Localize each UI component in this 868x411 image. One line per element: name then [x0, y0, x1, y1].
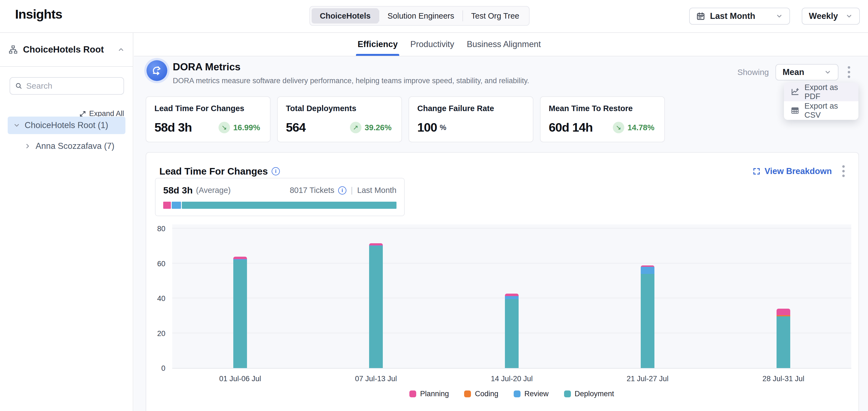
stacked-bar: [641, 266, 654, 368]
trend-delta: 39.26%: [365, 123, 392, 132]
bar-segment-deployment: [233, 260, 247, 368]
search-input[interactable]: [26, 81, 119, 91]
trend-badge: ↘ 14.78%: [613, 122, 656, 133]
granularity-value: Weekly: [809, 11, 841, 21]
bar-segment-review: [505, 296, 519, 299]
legend-item-review[interactable]: Review: [514, 390, 549, 398]
metric-value: 100: [417, 121, 437, 135]
bar-segment-deployment: [777, 316, 790, 368]
trend-up-icon: ↗: [350, 122, 362, 133]
date-range-value: Last Month: [710, 11, 771, 21]
y-tick-label: 20: [149, 330, 165, 338]
legend-item-planning[interactable]: Planning: [409, 390, 449, 398]
info-icon[interactable]: i: [338, 186, 346, 195]
tree-item-label: Anna Scozzafava (7): [36, 141, 115, 151]
tree-search: [9, 77, 124, 95]
legend-item-deployment[interactable]: Deployment: [564, 390, 614, 398]
bar-segment-deployment: [641, 274, 654, 368]
trend-badge: ↗ 39.26%: [350, 122, 393, 133]
aggregation-value: Mean: [782, 67, 819, 77]
export-menu: Export as PDF Export as CSV: [784, 83, 859, 120]
metric-title: Change Failure Rate: [417, 104, 525, 113]
metric-unit: %: [440, 124, 446, 132]
chevron-up-icon[interactable]: [118, 46, 125, 53]
legend-label: Deployment: [575, 390, 614, 398]
aggregation-select[interactable]: Mean: [775, 64, 838, 80]
chart-legend: PlanningCodingReviewDeployment: [172, 390, 851, 398]
divider: |: [351, 186, 353, 195]
main-content: Efficiency Productivity Business Alignme…: [134, 33, 868, 411]
bar-segment-planning: [369, 243, 383, 245]
legend-label: Coding: [475, 390, 498, 398]
export-pdf-menu-item[interactable]: Export as PDF: [784, 83, 859, 101]
stacked-bar: [777, 309, 790, 368]
metric-value: 60d 14h: [549, 121, 593, 135]
tree-item-anna[interactable]: Anna Scozzafava (7): [24, 138, 115, 154]
tab-productivity[interactable]: Productivity: [410, 33, 454, 56]
distribution-segment-deployment: [182, 202, 397, 209]
menu-item-label: Export as CSV: [804, 102, 852, 119]
view-breakdown-label: View Breakdown: [765, 166, 832, 176]
metric-title: Mean Time To Restore: [549, 104, 656, 113]
y-tick-label: 0: [149, 364, 165, 373]
info-icon[interactable]: i: [272, 167, 280, 175]
bar-segment-planning: [233, 257, 247, 259]
x-tick-label: 07 Jul-13 Jul: [355, 375, 397, 383]
bar-segment-deployment: [505, 299, 519, 368]
bar-segment-deployment: [369, 246, 383, 368]
chevron-right-icon[interactable]: [24, 143, 31, 150]
trend-down-icon: ↘: [613, 122, 624, 133]
stacked-bar: [233, 257, 247, 368]
trend-delta: 14.78%: [628, 123, 654, 132]
legend-item-coding[interactable]: Coding: [464, 390, 498, 398]
trend-delta: 16.99%: [233, 123, 260, 132]
lead-time-summary: 58d 3h (Average) 8017 Tickets i | Last M…: [155, 178, 405, 216]
dora-kebab-menu-button[interactable]: [845, 64, 853, 81]
org-tab-solution-engineers[interactable]: Solution Engineers: [379, 8, 462, 24]
view-tabs-bar: Efficiency Productivity Business Alignme…: [134, 33, 868, 56]
metric-value: 564: [286, 121, 306, 135]
metric-cards-row: Lead Time For Changes 58d 3h ↘ 16.99% To…: [146, 96, 665, 142]
legend-swatch: [564, 390, 571, 397]
showing-controls: Showing Mean: [737, 64, 853, 81]
date-range-select[interactable]: Last Month: [689, 8, 790, 25]
gridline: [172, 263, 851, 264]
calendar-icon: [696, 12, 705, 21]
sprint-cycle-icon: [151, 65, 163, 77]
distribution-segment-planning: [163, 202, 171, 209]
chart-kebab-menu-button[interactable]: [839, 163, 847, 180]
dora-metrics-icon: [147, 60, 167, 81]
y-tick-label: 60: [149, 260, 165, 268]
lead-time-chart-card: Lead Time For Changes i View Breakdown 5…: [146, 152, 859, 411]
bar-segment-planning: [777, 309, 790, 315]
metric-card-total-deployments: Total Deployments 564 ↗ 39.26%: [277, 96, 402, 142]
view-breakdown-button[interactable]: View Breakdown: [752, 166, 832, 176]
org-tab-choicehotels[interactable]: ChoiceHotels: [312, 8, 379, 24]
stacked-bar: [369, 243, 383, 368]
metric-card-change-failure-rate: Change Failure Rate 100 %: [408, 96, 533, 142]
trend-badge: ↘ 16.99%: [218, 122, 262, 133]
chevron-down-icon[interactable]: [13, 122, 20, 129]
tab-efficiency[interactable]: Efficiency: [358, 33, 398, 56]
stacked-bar: [505, 294, 519, 368]
granularity-select[interactable]: Weekly: [802, 8, 860, 25]
legend-swatch: [464, 390, 471, 397]
trend-down-icon: ↘: [218, 122, 230, 133]
top-bar: Insights ChoiceHotels Solution Engineers…: [0, 0, 868, 33]
stacked-bar-chart: [172, 225, 851, 369]
metric-title: Total Deployments: [286, 104, 393, 113]
phase-distribution-bar: [163, 202, 397, 209]
y-tick-label: 40: [149, 295, 165, 303]
metric-card-mean-time-to-restore: Mean Time To Restore 60d 14h ↘ 14.78%: [540, 96, 665, 142]
legend-label: Planning: [420, 390, 449, 398]
menu-item-label: Export as PDF: [804, 83, 852, 101]
distribution-segment-review: [172, 202, 181, 209]
x-tick-label: 28 Jul-31 Jul: [762, 375, 804, 383]
tab-business-alignment[interactable]: Business Alignment: [467, 33, 541, 56]
gridline: [172, 228, 851, 229]
org-tab-test-org-tree[interactable]: Test Org Tree: [463, 8, 528, 24]
metric-card-lead-time: Lead Time For Changes 58d 3h ↘ 16.99%: [146, 96, 271, 142]
tree-item-root[interactable]: ChoiceHotels Root (1): [8, 116, 125, 134]
x-tick-label: 21 Jul-27 Jul: [626, 375, 669, 383]
export-csv-menu-item[interactable]: Export as CSV: [784, 101, 859, 120]
